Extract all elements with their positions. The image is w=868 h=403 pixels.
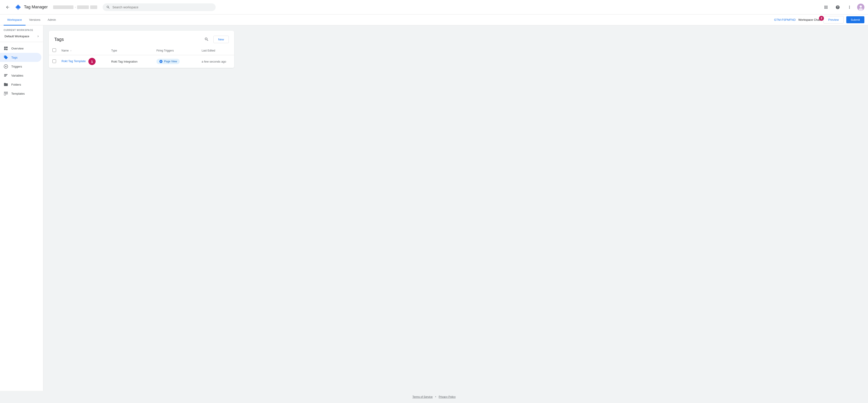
th-checkbox (49, 46, 58, 55)
svg-rect-7 (4, 76, 6, 77)
sidebar-item-templates[interactable]: Templates (0, 89, 41, 98)
content-area: Tags New (43, 25, 868, 391)
table-row: Rokt Tag Template 1 Rokt Tag Integration (49, 55, 234, 68)
workspace-selector[interactable]: Default Workspace › (1, 32, 42, 40)
terms-link[interactable]: Terms of Service (412, 395, 433, 399)
th-type: Type (107, 46, 153, 55)
th-last-edited: Last Edited (198, 46, 234, 55)
apps-icon (824, 5, 828, 9)
sidebar-item-triggers[interactable]: Triggers (0, 62, 41, 71)
workspace-name: Default Workspace (4, 35, 29, 38)
more-options-button[interactable] (845, 3, 854, 11)
tags-icon (4, 55, 8, 60)
back-button[interactable] (4, 3, 12, 11)
chevron-right-icon: › (37, 34, 39, 38)
sidebar-item-label-variables: Variables (11, 74, 23, 77)
footer-separator: • (435, 395, 436, 399)
tag-name-link[interactable]: Rokt Tag Template (61, 59, 86, 63)
sidebar-item-variables[interactable]: Variables (0, 71, 41, 80)
topbar-right (822, 3, 864, 11)
panel-search-button[interactable] (203, 35, 211, 43)
tab-workspace[interactable]: Workspace (4, 15, 26, 26)
panel-search-icon (204, 37, 209, 41)
logo-icon (14, 4, 22, 11)
container-id: ██ (90, 5, 97, 9)
row-checkbox[interactable] (53, 59, 56, 63)
td-name: Rokt Tag Template 1 (58, 55, 107, 68)
main-layout: CURRENT WORKSPACE Default Workspace › Ov… (0, 25, 868, 391)
help-icon (835, 5, 840, 9)
avatar[interactable] (857, 4, 864, 11)
svg-point-4 (5, 66, 6, 67)
container-name: ████ (77, 5, 89, 9)
apps-icon-button[interactable] (822, 3, 830, 11)
tags-panel: Tags New (49, 31, 234, 68)
tags-table: Name ↑ Type Firing Triggers Last Edited (49, 46, 234, 68)
privacy-link[interactable]: Privacy Policy (439, 395, 456, 399)
table-header-row: Name ↑ Type Firing Triggers Last Edited (49, 46, 234, 55)
workspace-changes-badge: 2 (819, 16, 824, 21)
overview-icon (4, 46, 8, 51)
svg-rect-5 (4, 74, 8, 75)
page-view-trigger-icon (159, 60, 163, 63)
td-last-edited: a few seconds ago (198, 55, 234, 68)
account-selector: ████████ › ████ ██ (53, 5, 97, 9)
preview-button[interactable]: Preview (824, 16, 843, 24)
current-workspace-label: CURRENT WORKSPACE (0, 27, 43, 32)
svg-rect-10 (6, 93, 8, 94)
topbar: Tag Manager ████████ › ████ ██ (0, 0, 868, 14)
table-header: Name ↑ Type Firing Triggers Last Edited (49, 46, 234, 55)
sidebar-item-label-overview: Overview (11, 47, 24, 50)
workspace-changes[interactable]: Workspace Chan 2 (798, 18, 821, 22)
trigger-badge[interactable]: Page View (156, 59, 180, 64)
search-input[interactable] (112, 5, 212, 9)
sidebar-item-tags[interactable]: Tags (0, 53, 41, 62)
sidebar-item-label-tags: Tags (11, 56, 18, 59)
td-type: Rokt Tag Integration (107, 55, 153, 68)
new-tag-button[interactable]: New (213, 36, 229, 43)
sidebar-item-label-templates: Templates (11, 92, 25, 95)
app-title: Tag Manager (24, 5, 48, 9)
panel-header: Tags New (49, 31, 234, 46)
search-bar (103, 3, 216, 11)
navbar: Workspace Versions Admin GTM-P3PMFND Wor… (0, 14, 868, 25)
td-checkbox (49, 55, 58, 68)
templates-icon (4, 91, 8, 96)
td-firing-triggers: Page View (153, 55, 198, 68)
footer: Terms of Service • Privacy Policy (0, 391, 868, 403)
tab-admin[interactable]: Admin (44, 15, 60, 26)
th-firing-triggers: Firing Triggers (153, 46, 198, 55)
svg-point-2 (859, 8, 863, 11)
svg-point-13 (161, 61, 161, 62)
triggers-icon (4, 64, 8, 69)
sidebar: CURRENT WORKSPACE Default Workspace › Ov… (0, 25, 43, 391)
sidebar-divider (0, 42, 43, 42)
table-body: Rokt Tag Template 1 Rokt Tag Integration (49, 55, 234, 68)
sort-arrow-icon: ↑ (70, 49, 71, 52)
select-all-checkbox[interactable] (53, 48, 56, 52)
svg-rect-8 (4, 92, 8, 93)
panel-actions: New (203, 35, 229, 43)
tab-versions[interactable]: Versions (26, 15, 44, 26)
sidebar-item-label-triggers: Triggers (11, 65, 22, 68)
sidebar-item-overview[interactable]: Overview (0, 44, 41, 53)
more-vert-icon (847, 5, 852, 9)
account-name: ████████ (53, 5, 73, 9)
sidebar-item-folders[interactable]: Folders (0, 80, 41, 89)
search-icon (106, 5, 110, 9)
help-icon-button[interactable] (834, 3, 842, 11)
gtm-id[interactable]: GTM-P3PMFND (774, 18, 796, 22)
annotation-badge-1: 1 (88, 58, 96, 65)
submit-button[interactable]: Submit (846, 16, 864, 23)
svg-rect-6 (4, 75, 7, 76)
sidebar-item-label-folders: Folders (11, 83, 21, 86)
logo-area: Tag Manager (14, 4, 48, 11)
svg-rect-9 (4, 93, 6, 95)
svg-point-1 (860, 5, 862, 8)
user-avatar-icon (857, 4, 864, 11)
panel-title: Tags (54, 37, 64, 42)
th-name: Name ↑ (58, 46, 107, 55)
variables-icon (4, 73, 8, 78)
folders-icon (4, 82, 8, 87)
navbar-right: GTM-P3PMFND Workspace Chan 2 Preview Sub… (774, 16, 864, 24)
